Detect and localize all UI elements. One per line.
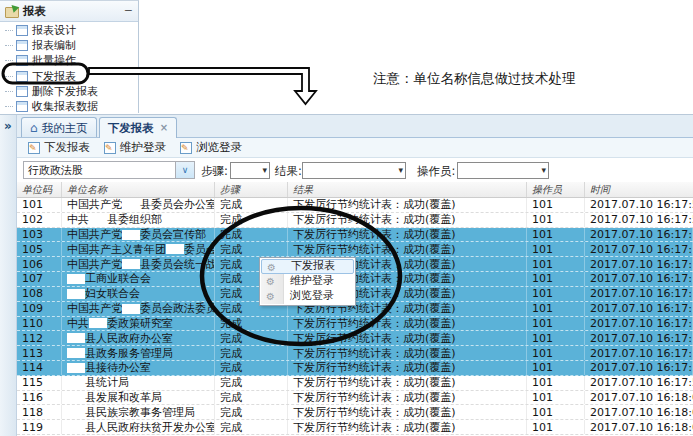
result-select[interactable]: ▾ <box>302 162 406 179</box>
tree-twig <box>5 106 13 107</box>
cell-operator: 101 <box>527 228 585 242</box>
cell-code: 108 <box>17 287 62 301</box>
cell-time: 2017.07.10 16:17:59 <box>585 376 693 390</box>
column-header-result[interactable]: 结果 <box>288 182 527 197</box>
table-row[interactable]: 116县发展和改革局完成下发厉行节约统计表：成功(覆盖)1012017.07.1… <box>17 391 693 406</box>
redaction-box <box>122 230 140 240</box>
cell-time: 2017.07.10 16:17:55 <box>585 272 693 286</box>
step-select[interactable]: ▾ <box>230 162 270 179</box>
expand-chevron-icon[interactable]: » <box>0 119 16 133</box>
column-header-time[interactable]: 时间 <box>585 182 693 197</box>
cell-name: 工商业联合会 <box>62 272 215 286</box>
tree-twig <box>5 60 13 61</box>
tree-twig <box>5 30 13 31</box>
cell-time: 2017.07.10 16:18:00 <box>585 391 693 405</box>
redaction-box <box>67 392 85 402</box>
collapsed-west-strip[interactable]: » <box>0 115 17 436</box>
cell-name: 县统计局 <box>62 376 215 390</box>
column-header-operator[interactable]: 操作员 <box>527 182 585 197</box>
redaction-box <box>67 348 85 358</box>
cell-code: 116 <box>17 391 62 405</box>
cell-result: 下发厉行节约统计表：成功(覆盖) <box>288 228 527 242</box>
cell-code: 114 <box>17 361 62 375</box>
cell-result: 下发厉行节约统计表：成功(覆盖) <box>288 391 527 405</box>
department-combobox[interactable]: 行政政法股 ∨ <box>23 161 195 179</box>
button-label: 下发报表 <box>44 140 90 155</box>
table-row[interactable]: 102中共县委组织部完成下发厉行节约统计表：成功(覆盖)1012017.07.1… <box>17 213 693 228</box>
operator-select[interactable]: ▾ <box>457 162 549 179</box>
cell-name: 县民族宗教事务管理局 <box>62 405 215 419</box>
close-icon[interactable]: × <box>160 123 168 133</box>
table-body: 101中国共产党县委员会办公室完成下发厉行节约统计表：成功(覆盖)1012017… <box>17 198 693 435</box>
note-text: 注意：单位名称信息做过技术处理 <box>373 70 576 88</box>
table-row[interactable]: 112县人民政府办公室完成下发厉行节约统计表：成功(覆盖)1012017.07.… <box>17 331 693 346</box>
browse-login-button[interactable]: ✎ 浏览登录 <box>175 139 247 156</box>
cell-operator: 101 <box>527 242 585 256</box>
cell-result: 下发厉行节约统计表：成功(覆盖) <box>288 331 527 345</box>
cell-operator: 101 <box>527 287 585 301</box>
context-menu-item-maintain-login[interactable]: ⚙ 维护登录 <box>261 274 354 289</box>
tab-bar: ⌂ 我的主页 下发报表 × <box>17 115 693 138</box>
table-row[interactable]: 114县接待办公室完成下发厉行节约统计表：成功(覆盖)1012017.07.10… <box>17 361 693 376</box>
cell-result: 下发厉行节约统计表：成功(覆盖) <box>288 242 527 256</box>
sidebar-item-report-design[interactable]: 报表设计 <box>0 23 138 38</box>
cell-time: 2017.07.10 16:17:52 <box>585 198 693 212</box>
column-header-step[interactable]: 步骤 <box>215 182 288 197</box>
redaction-box <box>67 363 85 373</box>
redaction-box <box>67 289 85 299</box>
column-header-unit-code[interactable]: 单位码 <box>17 182 62 197</box>
button-label: 浏览登录 <box>196 140 242 155</box>
cell-time: 2017.07.10 16:17:58 <box>585 346 693 360</box>
cell-step: 完成 <box>215 228 288 242</box>
table-row[interactable]: 118县民族宗教事务管理局完成下发厉行节约统计表：成功(覆盖)1012017.0… <box>17 405 693 420</box>
cell-code: 119 <box>17 420 62 434</box>
cell-step: 完成 <box>215 242 288 256</box>
collapse-minus-icon[interactable]: − <box>124 6 133 16</box>
table-row[interactable]: 105中国共产主义青年团委员会完成下发厉行节约统计表：成功(覆盖)1012017… <box>17 242 693 257</box>
menu-item-label: 下发报表 <box>291 259 335 272</box>
maintain-login-button[interactable]: ✎ 维护登录 <box>99 139 171 156</box>
accordion-header[interactable]: 报表 − <box>0 1 138 22</box>
sidebar-item-delete-issued-report[interactable]: 删除下发报表 <box>0 84 138 99</box>
cell-name: 县发展和改革局 <box>62 391 215 405</box>
context-menu-item-browse-login[interactable]: ⚙ 浏览登录 <box>261 289 354 304</box>
sidebar-item-label: 下发报表 <box>32 69 76 84</box>
sidebar-item-label: 删除下发报表 <box>32 84 98 99</box>
cell-result: 下发厉行节约统计表：成功(覆盖) <box>288 405 527 419</box>
menu-item-label: 浏览登录 <box>290 289 334 302</box>
cell-time: 2017.07.10 16:17:57 <box>585 331 693 345</box>
sidebar-item-collect-report-data[interactable]: 收集报表数据 <box>0 99 138 114</box>
table-row[interactable]: 110中共委政策研究室完成下发厉行节约统计表：成功(覆盖)1012017.07.… <box>17 317 693 332</box>
dropdown-arrow-icon: ▾ <box>398 165 403 175</box>
step-filter-label: 步骤: <box>201 164 228 179</box>
redaction-box <box>67 274 85 284</box>
table-row[interactable]: 101中国共产党县委员会办公室完成下发厉行节约统计表：成功(覆盖)1012017… <box>17 198 693 213</box>
cell-name: 中共县委组织部 <box>62 213 215 227</box>
issue-report-button[interactable]: ✎ 下发报表 <box>23 139 95 156</box>
chevron-down-icon[interactable]: ∨ <box>175 162 194 178</box>
operator-filter-label: 操作员: <box>417 164 455 179</box>
table-row[interactable]: 115县统计局完成下发厉行节约统计表：成功(覆盖)1012017.07.10 1… <box>17 376 693 391</box>
accordion-title: 报表 <box>23 4 124 19</box>
cell-operator: 101 <box>527 317 585 331</box>
context-menu-item-issue-report[interactable]: ⚙ 下发报表 <box>261 259 354 274</box>
cell-name: 县人民政府办公室 <box>62 331 215 345</box>
sidebar-item-batch-operation[interactable]: 批量操作 <box>0 53 138 68</box>
redaction-box <box>122 259 140 269</box>
cell-operator: 101 <box>527 302 585 316</box>
sidebar-item-issue-report[interactable]: 下发报表 <box>0 69 138 84</box>
cell-result: 下发厉行节约统计表：成功(覆盖) <box>288 213 527 227</box>
table-row[interactable]: 113县政务服务管理局完成下发厉行节约统计表：成功(覆盖)1012017.07.… <box>17 346 693 361</box>
table-row[interactable]: 119县人民政府扶贫开发办公室完成下发厉行节约统计表：成功(覆盖)1012017… <box>17 420 693 435</box>
tab-my-home[interactable]: ⌂ 我的主页 <box>21 117 97 137</box>
tab-issue-report[interactable]: 下发报表 × <box>99 117 177 138</box>
column-header-unit-name[interactable]: 单位名称 <box>62 182 215 197</box>
sidebar-item-report-compile[interactable]: 报表编制 <box>0 38 138 53</box>
table-row[interactable]: 103中国共产党委员会宣传部完成下发厉行节约统计表：成功(覆盖)1012017.… <box>17 228 693 243</box>
cell-name: 中国共产主义青年团委员会 <box>62 242 215 256</box>
cell-code: 112 <box>17 331 62 345</box>
cell-time: 2017.07.10 16:17:53 <box>585 213 693 227</box>
cell-step: 完成 <box>215 391 288 405</box>
cell-result: 下发厉行节约统计表：成功(覆盖) <box>288 361 527 375</box>
cell-step: 完成 <box>215 420 288 434</box>
